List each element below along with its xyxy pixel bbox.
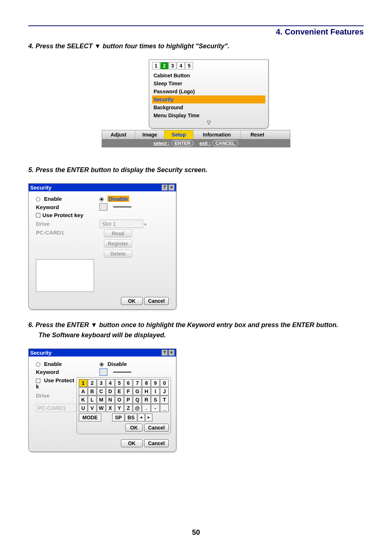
keyword-label: Keyword xyxy=(36,204,99,210)
key-8[interactable]: 8 xyxy=(142,379,151,387)
menu-item-displaytime[interactable]: Menu Display Time xyxy=(152,111,265,119)
tab-adjust[interactable]: Adjust xyxy=(102,130,135,139)
key-2[interactable]: 2 xyxy=(88,379,97,387)
key-dash[interactable]: - xyxy=(151,404,160,412)
key-0[interactable]: 0 xyxy=(160,379,169,387)
keyword-input[interactable] xyxy=(99,203,107,211)
menu-item-security[interactable]: Security xyxy=(152,95,265,103)
close-icon-2[interactable]: × xyxy=(168,350,175,356)
key-o[interactable]: O xyxy=(115,396,124,404)
page-tabs: 1 2 3 4 5 xyxy=(152,62,265,69)
ok-button[interactable]: OK xyxy=(121,297,143,305)
card-listbox[interactable] xyxy=(36,259,94,292)
key-e[interactable]: E xyxy=(115,387,124,395)
titlebar-text-2: Security xyxy=(30,350,52,356)
page-tab-2[interactable]: 2 xyxy=(160,62,168,69)
key-k[interactable]: K xyxy=(79,396,87,404)
key-7[interactable]: 7 xyxy=(133,379,142,387)
key-a[interactable]: A xyxy=(79,387,87,395)
key-dot[interactable]: . xyxy=(142,404,151,412)
page-tab-3[interactable]: 3 xyxy=(169,62,177,69)
menu-figure: 1 2 3 4 5 Cabinet Button Sleep Timer Pas… xyxy=(102,60,290,147)
key-left-arrow[interactable]: ◂ xyxy=(138,414,145,421)
key-x[interactable]: X xyxy=(106,404,115,412)
key-l[interactable]: L xyxy=(88,396,97,404)
enable-label: Enable xyxy=(44,196,62,202)
section-header: 4. Convenient Features xyxy=(28,27,364,37)
menu-box: 1 2 3 4 5 Cabinet Button Sleep Timer Pas… xyxy=(149,60,269,129)
tab-setup[interactable]: Setup xyxy=(164,130,193,139)
key-b[interactable]: B xyxy=(88,387,97,395)
menu-item-sleep[interactable]: Sleep Timer xyxy=(152,80,265,87)
ok-button-2[interactable]: OK xyxy=(121,439,143,447)
key-d[interactable]: D xyxy=(106,387,115,395)
cancel-button-2[interactable]: Cancel xyxy=(144,439,169,447)
key-9[interactable]: 9 xyxy=(151,379,160,387)
tab-reset[interactable]: Reset xyxy=(241,130,274,139)
key-c[interactable]: C xyxy=(97,387,106,395)
key-q[interactable]: Q xyxy=(133,396,142,404)
hint-enter-key: ENTER xyxy=(172,140,193,146)
key-i[interactable]: I xyxy=(151,387,160,395)
hint-select-label: select : xyxy=(153,140,170,146)
checkbox-protect[interactable] xyxy=(36,213,40,217)
cancel-button[interactable]: Cancel xyxy=(144,297,169,305)
hint-bar: select : ENTER exit : CANCEL xyxy=(102,139,290,147)
read-button[interactable]: Read xyxy=(104,229,132,237)
key-underscore[interactable]: _ xyxy=(160,404,169,412)
key-m[interactable]: M xyxy=(97,396,106,404)
page-tab-4[interactable]: 4 xyxy=(177,62,185,69)
checkbox-protect-2[interactable] xyxy=(36,379,40,383)
header-rule xyxy=(28,25,364,26)
help-icon-2[interactable]: ? xyxy=(162,350,168,356)
kbd-cancel-button[interactable]: Cancel xyxy=(144,424,169,432)
delete-button[interactable]: Delete xyxy=(104,250,132,258)
key-t[interactable]: T xyxy=(160,396,169,404)
key-j[interactable]: J xyxy=(160,387,169,395)
key-y[interactable]: Y xyxy=(115,404,124,412)
keyword-input-2[interactable] xyxy=(99,368,107,376)
key-at[interactable]: @ xyxy=(133,404,142,412)
key-u[interactable]: U xyxy=(79,404,87,412)
menu-item-cabinet[interactable]: Cabinet Button xyxy=(152,72,265,80)
key-5[interactable]: 5 xyxy=(115,379,124,387)
security-dialog-1: Security ? × Enable Disable Keyword xyxy=(28,183,176,310)
key-right-arrow[interactable]: ▸ xyxy=(145,414,152,421)
page-tab-5[interactable]: 5 xyxy=(185,62,193,69)
key-bs[interactable]: BS xyxy=(125,414,137,421)
help-icon[interactable]: ? xyxy=(162,184,168,191)
page-tab-1[interactable]: 1 xyxy=(152,62,160,69)
key-w[interactable]: W xyxy=(97,404,106,412)
key-sp[interactable]: SP xyxy=(112,414,124,421)
slot-select[interactable]: Slot 1 xyxy=(99,220,143,228)
protect-label: Use Protect key xyxy=(42,212,83,218)
radio-disable-2[interactable] xyxy=(99,362,104,367)
tab-image[interactable]: Image xyxy=(135,130,164,139)
radio-enable[interactable] xyxy=(36,197,40,201)
register-button[interactable]: Register xyxy=(104,240,132,248)
radio-enable-2[interactable] xyxy=(36,362,40,367)
radio-disable[interactable] xyxy=(99,197,104,201)
menu-item-password[interactable]: Password (Logo) xyxy=(152,87,265,95)
key-6[interactable]: 6 xyxy=(124,379,133,387)
key-h[interactable]: H xyxy=(142,387,151,395)
key-1[interactable]: 1 xyxy=(79,379,87,387)
close-icon[interactable]: × xyxy=(168,184,175,191)
key-s[interactable]: S xyxy=(151,396,160,404)
key-3[interactable]: 3 xyxy=(97,379,106,387)
menu-item-background[interactable]: Background xyxy=(152,103,265,111)
tab-information[interactable]: Information xyxy=(193,130,241,139)
key-mode[interactable]: MODE xyxy=(79,414,101,421)
key-g[interactable]: G xyxy=(133,387,142,395)
key-v[interactable]: V xyxy=(88,404,97,412)
key-n[interactable]: N xyxy=(106,396,115,404)
key-z[interactable]: Z xyxy=(124,404,133,412)
key-f[interactable]: F xyxy=(124,387,133,395)
kbd-ok-button[interactable]: OK xyxy=(125,424,143,432)
key-4[interactable]: 4 xyxy=(106,379,115,387)
key-p[interactable]: P xyxy=(124,396,133,404)
step4-text: 4. Press the SELECT ▼ button four times … xyxy=(28,42,364,51)
page-number: 50 xyxy=(0,528,392,537)
pccard-label-2: PC-CARD1 xyxy=(36,404,76,412)
key-r[interactable]: R xyxy=(142,396,151,404)
